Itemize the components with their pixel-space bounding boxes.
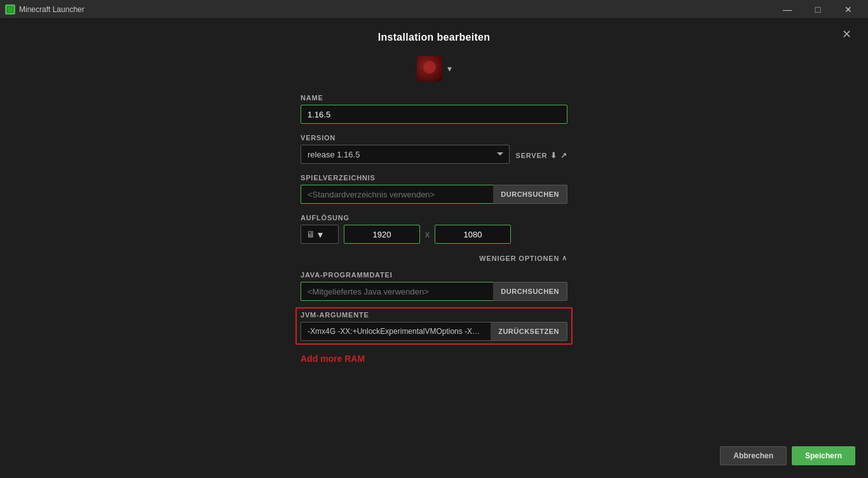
jvm-input[interactable] bbox=[301, 322, 491, 341]
titlebar-close-button[interactable]: ✕ bbox=[834, 0, 863, 19]
resolution-divider: x bbox=[425, 229, 430, 239]
version-group: VERSION release 1.16.5 bbox=[301, 134, 510, 164]
modal-close-button[interactable]: ✕ bbox=[837, 25, 855, 43]
version-select[interactable]: release 1.16.5 bbox=[301, 145, 510, 164]
modal-header: Installation bearbeiten ✕ bbox=[0, 19, 868, 50]
spielverzeichnis-group: SPIELVERZEICHNIS DURCHSUCHEN bbox=[301, 174, 567, 204]
aufloesung-group: AUFLÖSUNG 🖥 ▾ x bbox=[301, 214, 567, 244]
monitor-dropdown-arrow: ▾ bbox=[318, 229, 323, 241]
title-bar: Minecraft Launcher — □ ✕ bbox=[0, 0, 868, 19]
cancel-button[interactable]: Abbrechen bbox=[720, 446, 787, 465]
jvm-group: JVM-ARGUMENTE ZURÜCKSETZEN bbox=[301, 311, 567, 341]
reset-button[interactable]: ZURÜCKSETZEN bbox=[491, 322, 567, 341]
spielverzeichnis-input[interactable] bbox=[301, 185, 493, 204]
name-group: NAME bbox=[301, 94, 567, 124]
name-label: NAME bbox=[301, 94, 567, 102]
monitor-icon: 🖥 bbox=[306, 229, 315, 239]
version-row: VERSION release 1.16.5 SERVER ⬇ ↗ bbox=[301, 134, 567, 164]
add-ram-label: Add more RAM bbox=[301, 354, 567, 364]
jvm-input-row: ZURÜCKSETZEN bbox=[301, 322, 567, 341]
form-area: NAME VERSION release 1.16.5 SERVER ⬇ ↗ bbox=[301, 94, 567, 364]
resolution-row: 🖥 ▾ x bbox=[301, 225, 567, 244]
less-options-button[interactable]: WENIGER OPTIONEN ∧ bbox=[479, 254, 567, 262]
spielverzeichnis-label: SPIELVERZEICHNIS bbox=[301, 174, 567, 182]
version-label: VERSION bbox=[301, 134, 510, 142]
svg-rect-1 bbox=[8, 7, 13, 12]
app-icon bbox=[5, 4, 15, 15]
modal-footer: Abbrechen Speichern bbox=[720, 446, 855, 465]
modal-dialog: Installation bearbeiten ✕ ▾ NAME VERSION… bbox=[0, 19, 868, 478]
title-bar-left: Minecraft Launcher bbox=[5, 4, 85, 15]
download-icon: ⬇ bbox=[550, 151, 557, 160]
less-options-row: WENIGER OPTIONEN ∧ bbox=[301, 254, 567, 262]
server-group: SERVER ⬇ ↗ bbox=[516, 151, 567, 164]
main-area: Installation bearbeiten ✕ ▾ NAME VERSION… bbox=[0, 19, 868, 478]
external-link-icon[interactable]: ↗ bbox=[560, 151, 567, 160]
app-title: Minecraft Launcher bbox=[19, 5, 85, 14]
browse-button-1[interactable]: DURCHSUCHEN bbox=[493, 185, 567, 204]
modal-title: Installation bearbeiten bbox=[378, 32, 491, 43]
title-bar-controls: — □ ✕ bbox=[773, 0, 863, 19]
less-options-label: WENIGER OPTIONEN bbox=[479, 255, 559, 262]
icon-dropdown-arrow[interactable]: ▾ bbox=[447, 63, 452, 74]
icon-area: ▾ bbox=[417, 56, 452, 81]
minimize-button[interactable]: — bbox=[773, 0, 802, 19]
spielverzeichnis-input-row: DURCHSUCHEN bbox=[301, 185, 567, 204]
resolution-height-input[interactable] bbox=[435, 225, 511, 244]
java-input-row: DURCHSUCHEN bbox=[301, 282, 567, 301]
save-button[interactable]: Speichern bbox=[792, 446, 855, 465]
maximize-button[interactable]: □ bbox=[803, 0, 832, 19]
less-options-arrow: ∧ bbox=[562, 254, 567, 262]
game-icon[interactable] bbox=[417, 56, 442, 81]
aufloesung-label: AUFLÖSUNG bbox=[301, 214, 567, 222]
java-input[interactable] bbox=[301, 282, 493, 301]
java-label: JAVA-PROGRAMMDATEI bbox=[301, 271, 567, 279]
browse-button-2[interactable]: DURCHSUCHEN bbox=[493, 282, 567, 301]
resolution-width-input[interactable] bbox=[344, 225, 420, 244]
server-label: SERVER bbox=[516, 152, 548, 159]
monitor-dropdown[interactable]: 🖥 ▾ bbox=[301, 225, 339, 244]
java-group: JAVA-PROGRAMMDATEI DURCHSUCHEN bbox=[301, 271, 567, 301]
name-input[interactable] bbox=[301, 105, 567, 124]
jvm-label: JVM-ARGUMENTE bbox=[301, 311, 567, 319]
